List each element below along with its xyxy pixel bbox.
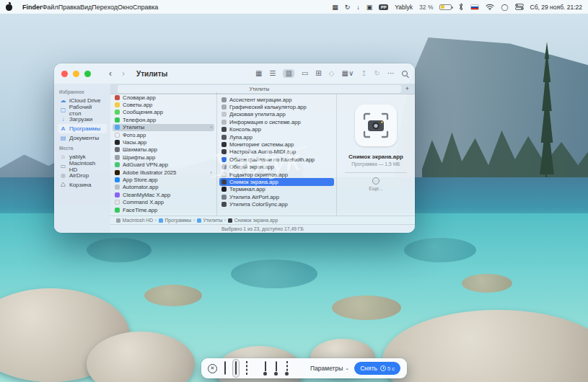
new-folder-icon[interactable]: ⊞ — [315, 70, 321, 77]
wallpaper-rock — [231, 259, 317, 288]
path-crumb[interactable]: Программы› — [159, 218, 195, 223]
file-label: Шахматы.app — [123, 146, 209, 153]
options-dropdown[interactable]: Параметры ⌄ — [310, 365, 349, 372]
close-screenshot-toolbar-button[interactable]: ✕ — [208, 364, 217, 373]
apple-menu-icon[interactable] — [6, 3, 13, 11]
path-crumb-label: Программы — [164, 218, 191, 223]
close-window-button[interactable] — [61, 71, 68, 77]
control-center-icon[interactable] — [515, 4, 524, 10]
pp-app-badge[interactable]: PP — [379, 4, 388, 10]
record-window-wrap[interactable] — [273, 360, 279, 377]
file-row[interactable]: Automator.app — [113, 184, 214, 191]
file-row[interactable]: AdGuard VPN.app — [113, 161, 214, 169]
menu-item[interactable]: Справка — [133, 4, 158, 11]
file-row[interactable]: Утилиты› — [113, 124, 214, 131]
file-row[interactable]: Часы.app — [113, 138, 214, 146]
sync-icon[interactable]: ↻ — [345, 4, 351, 11]
more-icon[interactable]: ⋯ — [387, 70, 395, 77]
record-screen-wrap[interactable] — [263, 360, 268, 377]
file-row[interactable]: Command X.app — [113, 198, 214, 205]
back-button[interactable]: ‹ — [109, 68, 112, 79]
path-crumb[interactable]: Снимок экрана.app — [228, 218, 280, 223]
chevron-down-icon: ⌄ — [345, 365, 349, 371]
battery-percent: 32 % — [419, 4, 433, 11]
wallpaper-rock — [462, 274, 512, 293]
file-row[interactable]: Обмен файлами по Bluetooth.app — [219, 156, 334, 163]
menu-item[interactable]: Вид — [80, 4, 92, 11]
file-row[interactable]: Утилита ColorSync.app — [219, 200, 334, 208]
capture-window-wrap[interactable] — [233, 360, 239, 377]
clipboard-icon[interactable]: ▣ — [367, 4, 373, 11]
file-row[interactable]: Редактор скриптов.app — [219, 171, 334, 178]
capture-screen-wrap[interactable] — [222, 360, 228, 377]
sidebar-item[interactable]: ♺Корзина — [58, 180, 107, 190]
path-crumb[interactable]: Macintosh HD› — [116, 218, 157, 223]
gallery-view-icon[interactable]: ▭ — [302, 70, 308, 77]
applications-icon: A — [60, 125, 66, 132]
file-row[interactable]: Информация о системе.app — [219, 118, 334, 125]
file-row[interactable]: Снимок экрана.app — [219, 178, 334, 185]
file-row[interactable]: FaceTime.app — [113, 206, 214, 213]
bluetooth-icon[interactable] — [458, 3, 464, 11]
forward-button[interactable]: › — [122, 68, 125, 79]
file-row[interactable]: Настройка Audio-MIDI.app — [219, 148, 334, 156]
file-row[interactable]: Утилита AirPort.app — [219, 193, 334, 200]
sidebar-item[interactable]: ▢Рабочий стол — [58, 105, 107, 115]
capture-button[interactable]: Снять 5 с — [354, 362, 400, 375]
wifi-icon[interactable] — [486, 4, 494, 10]
file-row[interactable]: Дисковая утилита.app — [219, 111, 334, 118]
capture-portion-wrap[interactable] — [244, 360, 250, 377]
file-row[interactable]: CleanMyMac X.app — [113, 191, 214, 198]
share-icon[interactable]: ↥ — [361, 70, 367, 77]
file-row[interactable]: Шахматы.app — [113, 146, 214, 154]
sidebar-item[interactable]: ▭Macintosh HD — [58, 161, 107, 171]
menu-item[interactable]: Окно — [118, 4, 133, 11]
menu-item[interactable]: Правка — [58, 4, 80, 11]
menu-item[interactable]: Переход — [92, 4, 118, 11]
sync-icon[interactable]: ↻ — [374, 70, 380, 77]
file-row[interactable]: Консоль.app — [219, 126, 334, 133]
file-label: Снимок экрана.app — [229, 179, 332, 185]
minimize-window-button[interactable] — [73, 71, 79, 77]
tab-utilities[interactable]: Утилиты — [118, 85, 401, 93]
input-language-flag-icon[interactable] — [470, 4, 479, 10]
path-crumb[interactable]: Утилиты› — [197, 218, 226, 223]
file-row[interactable]: Терминал.app — [219, 186, 334, 193]
download-arrow-icon[interactable]: ↓ — [356, 4, 360, 11]
zoom-window-button[interactable] — [84, 71, 91, 77]
record-portion-wrap[interactable] — [284, 360, 290, 377]
columns-view-icon[interactable]: ▥ — [283, 69, 294, 78]
search-icon[interactable] — [402, 71, 408, 76]
file-row[interactable]: Советы.app — [113, 101, 214, 108]
list-view-icon[interactable]: ☰ — [269, 70, 276, 77]
keyboard-grid-icon[interactable]: ▦ — [332, 4, 338, 11]
file-row[interactable]: Шрифты.app — [113, 154, 214, 161]
file-row[interactable]: App Store.app — [113, 176, 214, 183]
file-row[interactable]: Графический калькулятор.app — [219, 103, 334, 110]
tag-icon[interactable]: ◇ — [329, 70, 335, 77]
file-icon — [221, 202, 227, 207]
new-tab-button[interactable]: + — [404, 85, 411, 92]
file-row[interactable]: Телефон.app — [113, 116, 214, 123]
file-row[interactable]: Adobe Illustrator 2025› — [113, 169, 214, 176]
group-icon[interactable]: ▦∨ — [341, 70, 354, 77]
file-row[interactable]: Общий экран.app — [219, 164, 334, 171]
file-label: CleanMyMac X.app — [123, 192, 209, 198]
file-row[interactable]: Сообщения.app — [113, 109, 214, 116]
file-row[interactable]: Мониторинг системы.app — [219, 141, 334, 148]
file-row[interactable]: Лупа.app — [219, 133, 334, 141]
more-actions-icon[interactable]: ⋯ — [372, 177, 379, 185]
status-circle-icon[interactable]: ◯ — [501, 4, 508, 11]
more-actions-label[interactable]: Еще... — [369, 186, 383, 191]
sidebar-item[interactable]: ▤Документы — [58, 133, 107, 143]
file-row[interactable]: Словари.app — [113, 94, 214, 101]
menu-bar-clock[interactable]: Сб, 29 нояб. 21:22 — [530, 4, 582, 11]
sidebar-item[interactable]: AПрограммы — [58, 124, 107, 133]
file-row[interactable]: Фото.app — [113, 131, 214, 138]
status-app-label[interactable]: Yablyk — [395, 4, 413, 11]
menu-item[interactable]: Finder — [22, 4, 43, 11]
file-row[interactable]: Ассистент миграции.app — [219, 96, 334, 103]
icons-view-icon[interactable]: ▦ — [255, 70, 262, 77]
menu-item[interactable]: Файл — [43, 4, 58, 11]
battery-icon[interactable] — [439, 4, 452, 10]
